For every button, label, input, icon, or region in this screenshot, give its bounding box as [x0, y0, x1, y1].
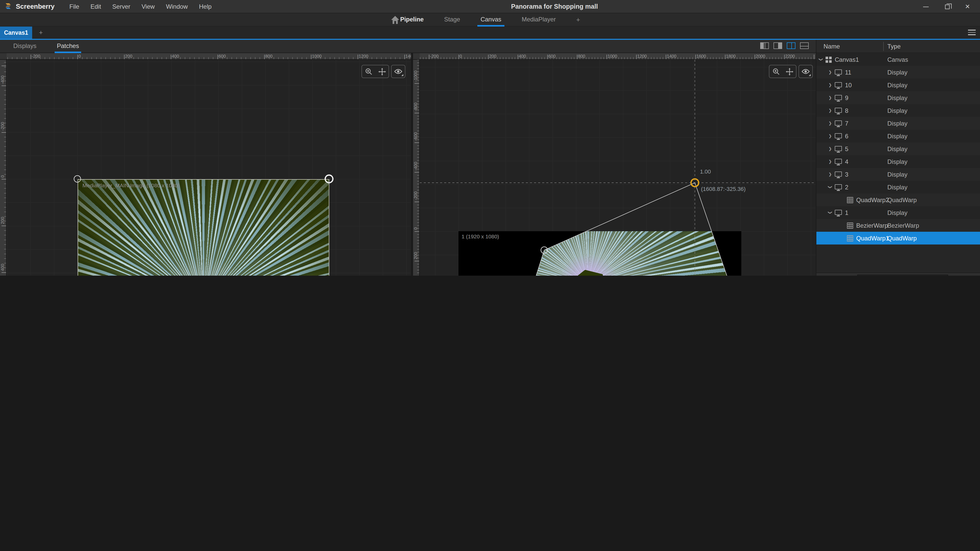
document-tab-bar: Canvas1 +: [0, 27, 980, 40]
tab-pipeline[interactable]: Pipeline: [390, 13, 434, 26]
tab-patches[interactable]: Patches: [50, 40, 86, 53]
tree-node-type: Display: [887, 132, 907, 140]
display-icon: [835, 184, 842, 189]
tab-stage[interactable]: Stage: [434, 13, 471, 26]
tree-node-name: 11: [845, 69, 851, 76]
tree-node-name: BezierWarp: [856, 222, 888, 229]
ruler-tick-label: 200: [0, 217, 5, 224]
output-warp-handles: [420, 53, 816, 276]
ruler-tick-label: -800: [413, 103, 418, 111]
column-type[interactable]: Type: [887, 43, 900, 50]
ruler-tick-label: 1000: [608, 54, 617, 59]
display-icon: [835, 69, 842, 74]
menu-file[interactable]: File: [64, 0, 85, 13]
node-name-input[interactable]: [857, 275, 948, 276]
collapse-icon[interactable]: ❯: [819, 57, 823, 62]
tree-row-bezierwarp[interactable]: BezierWarpBezierWarp: [816, 219, 980, 232]
tree-header: Name Type: [816, 40, 980, 53]
menu-window[interactable]: Window: [160, 0, 193, 13]
ruler-tick-label: -200: [32, 54, 40, 59]
close-button[interactable]: ✕: [959, 0, 976, 13]
collapse-icon[interactable]: ❯: [828, 210, 832, 215]
tree-row-3[interactable]: ❯3Display: [816, 168, 980, 181]
add-view-tab-button[interactable]: +: [566, 13, 590, 26]
expand-icon[interactable]: ❯: [827, 83, 833, 87]
ruler-tick-label: -200: [430, 54, 439, 59]
expand-icon[interactable]: ❯: [827, 95, 833, 100]
tree-row-canvas1[interactable]: ❯Canvas1Canvas: [816, 53, 980, 66]
tree-row-7[interactable]: ❯7Display: [816, 117, 980, 130]
layout-split-vertical-icon[interactable]: [787, 42, 795, 49]
layout-split-horizontal-icon[interactable]: [800, 42, 809, 49]
tree-row-4[interactable]: ❯4Display: [816, 155, 980, 168]
tab-displays[interactable]: Displays: [6, 40, 44, 53]
layout-right-pane-icon[interactable]: [773, 42, 782, 49]
zoom-tool-icon[interactable]: [362, 65, 375, 78]
ruler-tick-label: 200: [489, 54, 496, 59]
ruler-tick-label: 2200: [785, 54, 795, 59]
ruler-tick-label: 200: [125, 54, 132, 59]
expand-icon[interactable]: ❯: [827, 134, 833, 138]
tree-row-quadwarp2[interactable]: QuadWarp2QuadWarp: [816, 194, 980, 206]
menu-server[interactable]: Server: [107, 0, 136, 13]
corner-handle[interactable]: [74, 176, 81, 182]
collapse-icon[interactable]: ❯: [828, 184, 832, 190]
pan-tool-icon[interactable]: [375, 65, 388, 78]
menu-view[interactable]: View: [136, 0, 161, 13]
add-tab-button[interactable]: +: [36, 27, 46, 39]
canvas-icon: [826, 56, 832, 62]
expand-icon[interactable]: ❯: [827, 172, 833, 176]
display-icon: [835, 133, 842, 138]
tree-row-8[interactable]: ❯8Display: [816, 104, 980, 117]
ruler-tick-label: 400: [0, 264, 5, 271]
menu-help[interactable]: Help: [194, 0, 217, 13]
visibility-tool-icon[interactable]: [799, 65, 812, 78]
ruler-tick-label: 400: [172, 54, 179, 59]
expand-icon[interactable]: ❯: [827, 70, 833, 75]
expand-icon[interactable]: ❯: [827, 159, 833, 164]
tree-node-type: Display: [887, 107, 907, 114]
tree-row-1[interactable]: ❯1Display: [816, 206, 980, 219]
ruler-tick-label: 0: [78, 54, 81, 59]
output-vertical-ruler: -1000-800-600-400-2000200400600800100012…: [413, 53, 420, 276]
tree-row-5[interactable]: ❯5Display: [816, 142, 980, 155]
display-icon: [835, 159, 842, 164]
layout-toggle-group: [760, 42, 809, 49]
layout-left-pane-icon[interactable]: [760, 42, 769, 49]
ruler-tick-label: -400: [0, 75, 5, 84]
expand-icon[interactable]: ❯: [827, 108, 833, 113]
restore-button[interactable]: [939, 0, 956, 13]
tab-mediaplayer[interactable]: MediaPlayer: [512, 13, 566, 26]
tree-row-10[interactable]: ❯10Display: [816, 79, 980, 91]
column-divider[interactable]: [883, 42, 884, 51]
output-canvas[interactable]: -200020040060080010001200140016001800200…: [420, 53, 816, 276]
quad-outline: [512, 183, 785, 276]
tree-node-name: 7: [845, 120, 848, 127]
column-name[interactable]: Name: [824, 43, 840, 50]
tree-row-6[interactable]: ❯6Display: [816, 130, 980, 142]
tree-row-9[interactable]: ❯9Display: [816, 91, 980, 104]
main-tab-bar: PipelineStageCanvasMediaPlayer+: [0, 13, 980, 27]
tree-row-2[interactable]: ❯2Display: [816, 181, 980, 194]
tree-node-type: Display: [887, 81, 907, 89]
expand-icon[interactable]: ❯: [827, 146, 833, 151]
tab-canvas1[interactable]: Canvas1: [0, 27, 32, 39]
zoom-tool-icon[interactable]: [769, 65, 783, 78]
ruler-tick-label: 600: [218, 54, 226, 59]
grid-icon: [847, 197, 853, 203]
menu-edit[interactable]: Edit: [85, 0, 107, 13]
tree-row-quadwarp1[interactable]: QuadWarp1QuadWarp: [816, 232, 980, 245]
corner-handle-selected[interactable]: [325, 175, 333, 183]
minimize-button[interactable]: [917, 0, 934, 13]
pan-tool-icon[interactable]: [783, 65, 796, 78]
tab-canvas[interactable]: Canvas: [470, 13, 511, 26]
canvas-divider[interactable]: [411, 53, 413, 276]
ruler-tick-label: 1200: [637, 54, 647, 59]
tab-menu-icon[interactable]: [968, 30, 976, 35]
input-canvas[interactable]: -2000200400600800100012001400 MediaPlaye…: [6, 53, 411, 276]
visibility-tool-icon[interactable]: [391, 65, 405, 78]
ruler-tick-label: 0: [0, 175, 5, 177]
tree-row-11[interactable]: ❯11Display: [816, 66, 980, 79]
expand-icon[interactable]: ❯: [827, 121, 833, 125]
ruler-tick-label: 0: [460, 54, 462, 59]
